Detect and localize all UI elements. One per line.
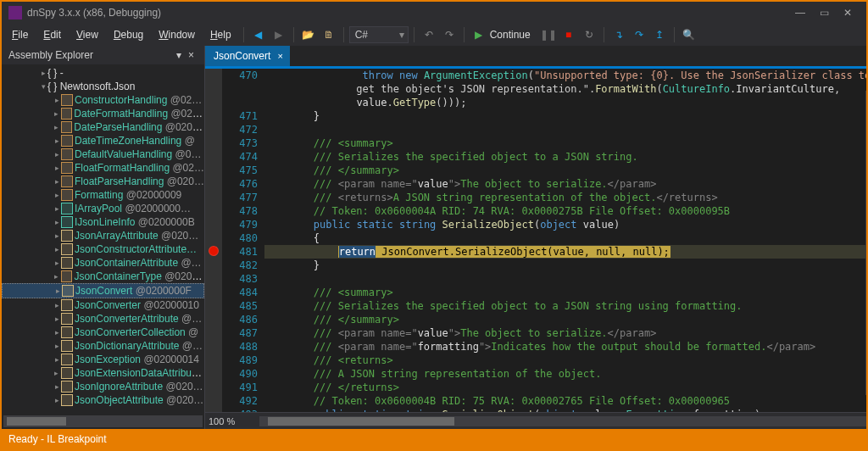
pin-icon[interactable]: ▾ <box>173 49 185 61</box>
nav-forward-button[interactable]: ▶ <box>270 25 288 44</box>
tree-item[interactable]: ▸JsonException @02000014 <box>2 353 204 366</box>
continue-button[interactable]: ▶ <box>470 25 488 44</box>
assembly-explorer-title: Assembly Explorer <box>8 49 93 61</box>
tree-item[interactable]: ▸FloatFormatHandling @02… <box>2 161 204 175</box>
tree-item[interactable]: ▸JsonConverterAttribute @… <box>2 312 204 326</box>
code-line[interactable]: { <box>264 231 868 245</box>
line-number: 481 <box>222 245 258 259</box>
tab-label: JsonConvert <box>214 50 270 62</box>
tree-item[interactable]: ▸JsonConverter @02000010 <box>2 298 204 312</box>
code-line[interactable]: // Token: 0x0600004B RID: 75 RVA: 0x0000… <box>264 394 868 408</box>
redo-button[interactable]: ↷ <box>440 25 459 44</box>
status-text: Ready - IL Breakpoint <box>8 433 107 445</box>
tree-item[interactable]: ▸Formatting @02000009 <box>2 188 204 202</box>
tree-item[interactable]: ▸DefaultValueHandling @0… <box>2 148 204 161</box>
tree-item[interactable]: ▸ConstructorHandling @02… <box>2 93 204 107</box>
undo-button[interactable]: ↶ <box>420 25 438 44</box>
code-line[interactable]: public static string SerializeObject(obj… <box>264 218 868 231</box>
code-line[interactable] <box>264 272 868 286</box>
tree-item[interactable]: ▸JsonConstructorAttribute… <box>2 242 204 256</box>
editor-area: JsonConvert × 47047147247347447547647747… <box>205 46 868 429</box>
code-line[interactable]: /// A JSON string representation of the … <box>264 367 868 381</box>
tree-item[interactable]: ▸DateFormatHandling @020… <box>2 107 204 120</box>
code-line[interactable]: /// Serializes the specified object to a… <box>264 299 868 313</box>
open-button[interactable]: 📂 <box>299 25 318 44</box>
tree-item[interactable]: ▸DateParseHandling @0200… <box>2 120 204 134</box>
close-button[interactable]: ✕ <box>836 7 860 19</box>
line-number: 477 <box>222 191 258 204</box>
code-line[interactable] <box>264 123 868 136</box>
code-line[interactable]: // Token: 0x0600004A RID: 74 RVA: 0x0000… <box>264 204 868 218</box>
tree-namespace-empty[interactable]: ▸{ } - <box>2 66 204 80</box>
code-line[interactable]: public static string SerializeObject(obj… <box>264 408 868 412</box>
tree-namespace-root[interactable]: ▾{ } Newtonsoft.Json <box>2 80 204 93</box>
code-line[interactable]: /// <summary> <box>264 286 868 299</box>
code-line[interactable]: /// <returns>A JSON string representatio… <box>264 191 868 204</box>
code-line[interactable]: /// Serializes the specified object to a… <box>264 150 868 164</box>
maximize-button[interactable]: ▭ <box>812 7 836 19</box>
code-line[interactable]: /// <summary> <box>264 136 868 150</box>
editor-scrollbar-vertical[interactable] <box>865 91 868 395</box>
tree-item[interactable]: ▸JsonArrayAttribute @020… <box>2 229 204 242</box>
editor-scrollbar-horizontal[interactable] <box>259 416 868 426</box>
code-line[interactable]: /// <param name="formatting">Indicates h… <box>264 340 868 354</box>
search-button[interactable]: 🔍 <box>680 25 698 44</box>
editor-body[interactable]: 4704714724734744754764774784794804814824… <box>205 68 868 412</box>
step-over-button[interactable]: ↷ <box>630 25 648 44</box>
code-line[interactable]: } <box>264 259 868 272</box>
pause-button[interactable]: ❚❚ <box>539 25 558 44</box>
menu-edit[interactable]: Edit <box>36 26 68 43</box>
breakpoint-gutter[interactable] <box>205 69 222 412</box>
menu-view[interactable]: View <box>70 26 105 43</box>
tree-item[interactable]: ▸JsonContainerAttribute @… <box>2 256 204 270</box>
tree-item[interactable]: ▸JsonExtensionDataAttribut… <box>2 366 204 380</box>
nav-back-button[interactable]: ◀ <box>249 25 268 44</box>
panel-close-icon[interactable]: × <box>185 49 198 61</box>
tree-item[interactable]: ▸JsonConverterCollection @ <box>2 326 204 339</box>
code-line[interactable]: throw new ArgumentException("Unsupported… <box>264 69 868 82</box>
menu-help[interactable]: Help <box>203 26 238 43</box>
tab-jsonconvert[interactable]: JsonConvert × <box>205 46 290 66</box>
restart-button[interactable]: ↻ <box>580 25 598 44</box>
tree-item[interactable]: ▸FloatParseHandling @020… <box>2 175 204 188</box>
tree-item[interactable]: ▸DateTimeZoneHandling @ <box>2 134 204 148</box>
menu-file[interactable]: File <box>5 26 35 43</box>
code-line[interactable]: /// <param name="value">The object to se… <box>264 326 868 340</box>
code-line[interactable]: /// </returns> <box>264 381 868 394</box>
statusbar: Ready - IL Breakpoint <box>2 429 866 449</box>
tab-close-icon[interactable]: × <box>277 51 282 61</box>
tree-item[interactable]: ▸JsonDictionaryAttribute @… <box>2 339 204 353</box>
tree-item[interactable]: ▸IJsonLineInfo @0200000B <box>2 215 204 229</box>
code-line[interactable]: return JsonConvert.SerializeObject(value… <box>264 245 868 259</box>
line-number: 478 <box>222 204 258 218</box>
code-line[interactable]: value.GetType())); <box>264 96 868 109</box>
menu-debug[interactable]: Debug <box>107 26 150 43</box>
code-line[interactable]: /// <returns> <box>264 354 868 367</box>
code-line[interactable]: /// </summary> <box>264 313 868 326</box>
tree-item[interactable]: ▸JsonIgnoreAttribute @020… <box>2 380 204 393</box>
zoom-combo[interactable]: 100 % <box>209 416 256 426</box>
code-line[interactable]: /// <param name="value">The object to se… <box>264 177 868 191</box>
language-combo[interactable]: C# <box>349 26 409 43</box>
tree-item[interactable]: ▸JsonContainerType @0200… <box>2 270 204 283</box>
app-icon <box>8 6 22 19</box>
code-line[interactable]: get the object's JSON representation.".F… <box>264 82 868 96</box>
breakpoint-icon[interactable] <box>209 246 219 256</box>
continue-label[interactable]: Continue <box>490 26 537 43</box>
assembly-tree[interactable]: ▸{ } - ▾{ } Newtonsoft.Json ▸Constructor… <box>2 64 204 414</box>
save-button[interactable]: 🗎 <box>320 25 338 44</box>
step-into-button[interactable]: ↴ <box>609 25 628 44</box>
code-line[interactable]: } <box>264 109 868 123</box>
line-number: 470 <box>222 69 258 82</box>
code-line[interactable]: /// </summary> <box>264 164 868 177</box>
tree-item[interactable]: ▸JsonObjectAttribute @020… <box>2 393 204 407</box>
minimize-button[interactable]: — <box>788 7 812 19</box>
step-out-button[interactable]: ↥ <box>650 25 669 44</box>
line-number: 483 <box>222 272 258 286</box>
stop-button[interactable]: ■ <box>559 25 578 44</box>
tree-scrollbar-horizontal[interactable] <box>3 415 203 427</box>
tree-item[interactable]: ▸IArrayPool @02000000… <box>2 202 204 215</box>
menu-window[interactable]: Window <box>152 26 202 43</box>
code-view[interactable]: throw new ArgumentException("Unsupported… <box>264 69 868 412</box>
tree-item[interactable]: ▸JsonConvert @0200000F <box>2 283 204 298</box>
